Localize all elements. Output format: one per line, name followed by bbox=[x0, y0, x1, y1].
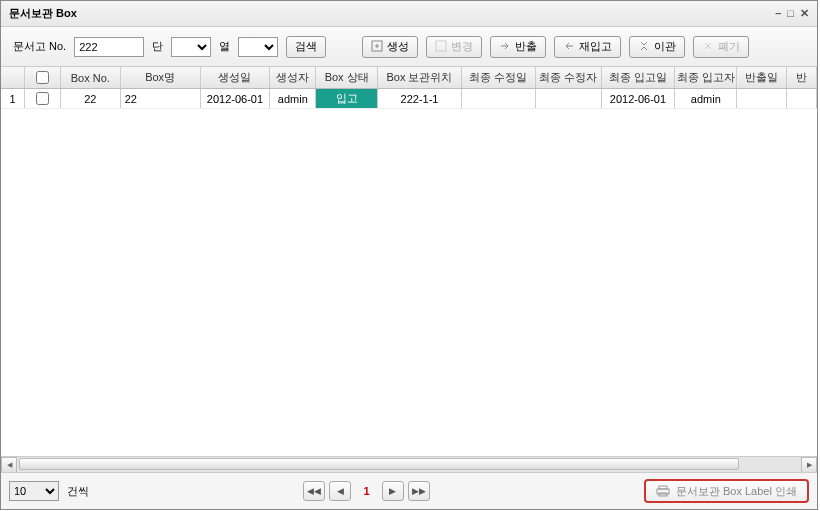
header-gen-date[interactable]: 생성일 bbox=[201, 67, 271, 88]
header-in-date[interactable]: 최종 입고일 bbox=[602, 67, 676, 88]
header-location[interactable]: Box 보관위치 bbox=[378, 67, 462, 88]
current-page: 1 bbox=[363, 485, 369, 497]
export-icon bbox=[499, 40, 511, 54]
svg-rect-1 bbox=[436, 41, 446, 51]
dan-label: 단 bbox=[152, 39, 163, 54]
next-page-button[interactable]: ▶ bbox=[382, 481, 404, 501]
scroll-right-arrow-icon[interactable]: ▶ bbox=[801, 457, 817, 473]
cell-in-by: admin bbox=[675, 89, 737, 108]
cell-checkbox bbox=[25, 89, 61, 108]
modify-button[interactable]: 변경 bbox=[426, 36, 482, 58]
transfer-icon bbox=[638, 40, 650, 54]
footer-bar: 10 건씩 ◀◀ ◀ 1 ▶ ▶▶ 문서보관 Box Label 인쇄 bbox=[1, 473, 817, 509]
discard-icon bbox=[702, 40, 714, 54]
cell-location: 222-1-1 bbox=[378, 89, 462, 108]
maximize-icon[interactable]: □ bbox=[787, 7, 794, 20]
header-out-date[interactable]: 반출일 bbox=[737, 67, 787, 88]
cell-gen-date: 2012-06-01 bbox=[201, 89, 271, 108]
discard-button[interactable]: 폐기 bbox=[693, 36, 749, 58]
header-checkbox[interactable] bbox=[25, 67, 61, 88]
print-label-button[interactable]: 문서보관 Box Label 인쇄 bbox=[644, 479, 809, 503]
cell-box-no: 22 bbox=[61, 89, 121, 108]
window-controls: – □ ✕ bbox=[775, 7, 809, 20]
reimport-icon bbox=[563, 40, 575, 54]
double-left-icon: ◀◀ bbox=[307, 486, 321, 496]
window-title: 문서보관 Box bbox=[9, 6, 775, 21]
scroll-thumb[interactable] bbox=[19, 458, 739, 470]
page-size-select[interactable]: 10 bbox=[9, 481, 59, 501]
doc-no-input[interactable] bbox=[74, 37, 144, 57]
cell-mod-date bbox=[462, 89, 536, 108]
header-box-name[interactable]: Box명 bbox=[121, 67, 201, 88]
modify-icon bbox=[435, 40, 447, 54]
first-page-button[interactable]: ◀◀ bbox=[303, 481, 325, 501]
scroll-left-arrow-icon[interactable]: ◀ bbox=[1, 457, 17, 473]
horizontal-scrollbar[interactable]: ◀ ▶ bbox=[1, 456, 817, 472]
cell-box-name: 22 bbox=[121, 89, 201, 108]
export-button[interactable]: 반출 bbox=[490, 36, 546, 58]
cell-out-date bbox=[737, 89, 787, 108]
app-window: 문서보관 Box – □ ✕ 문서고 No. 단 열 검색 생성 변경 반출 재 bbox=[0, 0, 818, 510]
toolbar: 문서고 No. 단 열 검색 생성 변경 반출 재입고 이관 폐기 bbox=[1, 27, 817, 67]
row-checkbox[interactable] bbox=[36, 92, 49, 105]
grid-body: 1 22 22 2012-06-01 admin 입고 222-1-1 2012… bbox=[1, 89, 817, 456]
create-button[interactable]: 생성 bbox=[362, 36, 418, 58]
left-icon: ◀ bbox=[337, 486, 344, 496]
cell-status: 입고 bbox=[316, 89, 378, 108]
header-gen-by[interactable]: 생성자 bbox=[270, 67, 316, 88]
header-status[interactable]: Box 상태 bbox=[316, 67, 378, 88]
header-rownum[interactable] bbox=[1, 67, 25, 88]
header-in-by[interactable]: 최종 입고자 bbox=[675, 67, 737, 88]
header-box-no[interactable]: Box No. bbox=[61, 67, 121, 88]
header-mod-date[interactable]: 최종 수정일 bbox=[462, 67, 536, 88]
dan-select[interactable] bbox=[171, 37, 211, 57]
right-icon: ▶ bbox=[389, 486, 396, 496]
create-icon bbox=[371, 40, 383, 54]
page-size-suffix: 건씩 bbox=[67, 484, 89, 499]
select-all-checkbox[interactable] bbox=[36, 71, 49, 84]
scroll-track[interactable] bbox=[17, 457, 801, 472]
search-button[interactable]: 검색 bbox=[286, 36, 326, 58]
last-page-button[interactable]: ▶▶ bbox=[408, 481, 430, 501]
cell-last bbox=[787, 89, 817, 108]
reimport-button[interactable]: 재입고 bbox=[554, 36, 621, 58]
close-icon[interactable]: ✕ bbox=[800, 7, 809, 20]
yeol-select[interactable] bbox=[238, 37, 278, 57]
grid-header-row: Box No. Box명 생성일 생성자 Box 상태 Box 보관위치 최종 … bbox=[1, 67, 817, 89]
title-bar: 문서보관 Box – □ ✕ bbox=[1, 1, 817, 27]
header-last[interactable]: 반 bbox=[787, 67, 817, 88]
minimize-icon[interactable]: – bbox=[775, 7, 781, 20]
cell-mod-by bbox=[536, 89, 602, 108]
printer-icon bbox=[656, 485, 670, 497]
table-row[interactable]: 1 22 22 2012-06-01 admin 입고 222-1-1 2012… bbox=[1, 89, 817, 109]
data-grid: Box No. Box명 생성일 생성자 Box 상태 Box 보관위치 최종 … bbox=[1, 67, 817, 473]
transfer-button[interactable]: 이관 bbox=[629, 36, 685, 58]
cell-in-date: 2012-06-01 bbox=[602, 89, 676, 108]
prev-page-button[interactable]: ◀ bbox=[329, 481, 351, 501]
cell-gen-by: admin bbox=[270, 89, 316, 108]
yeol-label: 열 bbox=[219, 39, 230, 54]
pager: ◀◀ ◀ 1 ▶ ▶▶ bbox=[303, 481, 429, 501]
doc-no-label: 문서고 No. bbox=[13, 39, 66, 54]
status-badge: 입고 bbox=[316, 89, 377, 108]
double-right-icon: ▶▶ bbox=[412, 486, 426, 496]
header-mod-by[interactable]: 최종 수정자 bbox=[536, 67, 602, 88]
cell-rownum: 1 bbox=[1, 89, 25, 108]
